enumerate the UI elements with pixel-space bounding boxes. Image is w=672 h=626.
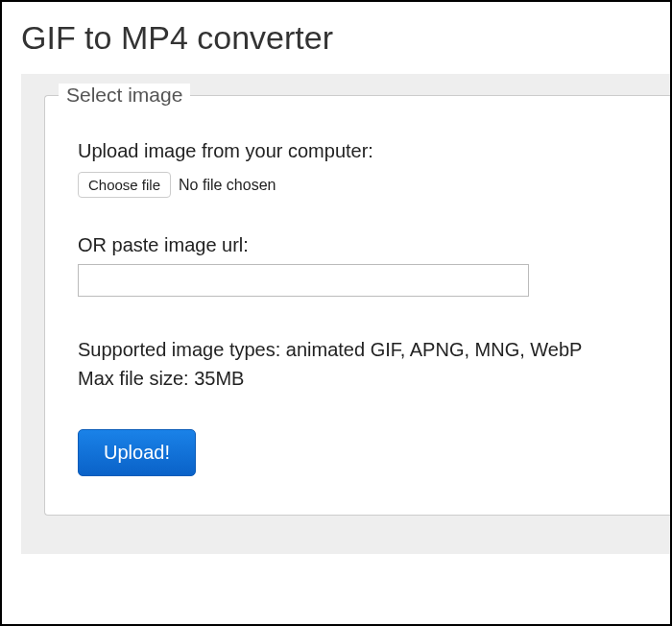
- select-image-fieldset: Select image Upload image from your comp…: [44, 95, 672, 516]
- form-panel: Select image Upload image from your comp…: [21, 74, 672, 554]
- file-chosen-status: No file chosen: [179, 177, 276, 194]
- info-text: Supported image types: animated GIF, APN…: [78, 335, 670, 393]
- max-file-size-text: Max file size: 35MB: [78, 364, 670, 393]
- supported-types-text: Supported image types: animated GIF, APN…: [78, 335, 670, 364]
- fieldset-legend: Select image: [59, 84, 190, 107]
- file-input-row: Choose file No file chosen: [78, 172, 670, 198]
- upload-button[interactable]: Upload!: [78, 429, 196, 476]
- upload-from-computer-label: Upload image from your computer:: [78, 140, 670, 162]
- page-title: GIF to MP4 converter: [2, 2, 670, 74]
- paste-url-label: OR paste image url:: [78, 234, 670, 256]
- choose-file-button[interactable]: Choose file: [78, 172, 171, 198]
- image-url-input[interactable]: [78, 264, 529, 297]
